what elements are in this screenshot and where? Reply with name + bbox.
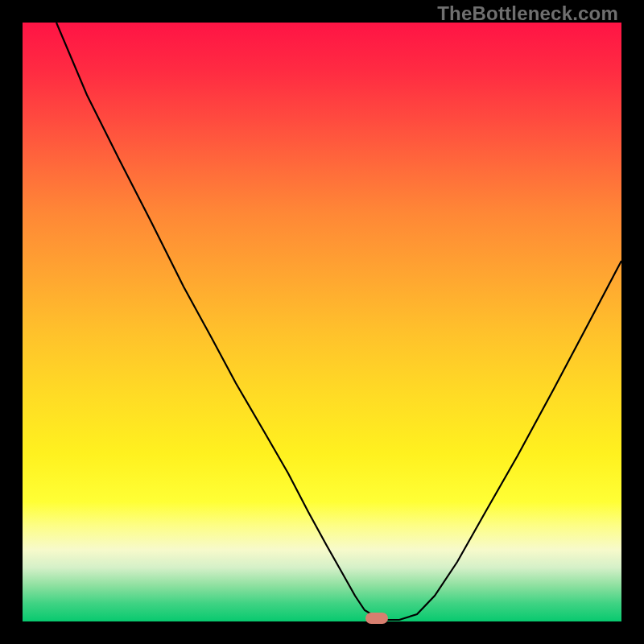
chart-frame bbox=[23, 23, 621, 621]
watermark-text: TheBottleneck.com bbox=[437, 2, 618, 25]
curve-svg bbox=[23, 23, 621, 621]
minimum-marker bbox=[365, 613, 388, 624]
curve-path bbox=[56, 23, 621, 620]
